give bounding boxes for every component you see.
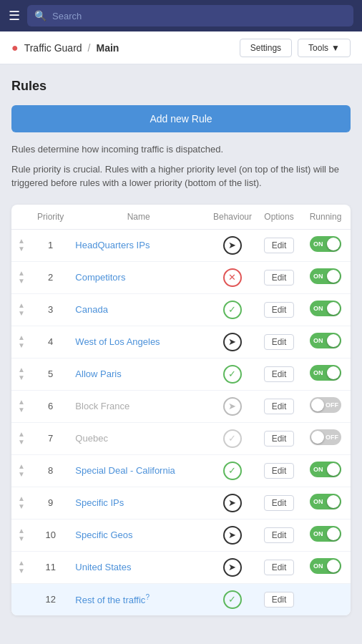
row-number: 4 xyxy=(31,326,69,358)
row-behaviour: ➤ xyxy=(207,326,258,358)
edit-button[interactable]: Edit xyxy=(264,238,295,253)
toggle-on[interactable]: ON xyxy=(310,462,341,477)
rule-name-link[interactable]: Quebec xyxy=(75,433,108,444)
row-running: OFF xyxy=(300,422,351,454)
rule-name-link[interactable]: Allow Paris xyxy=(75,369,121,379)
row-running: ON xyxy=(300,519,351,551)
sort-arrows-icon[interactable]: ▲▼ xyxy=(17,463,26,478)
edit-button[interactable]: Edit xyxy=(264,366,295,382)
toggle-on[interactable]: ON xyxy=(310,365,341,381)
toggle-off[interactable]: OFF xyxy=(310,397,341,413)
settings-button[interactable]: Settings xyxy=(240,39,292,57)
sort-arrows-icon[interactable]: ▲▼ xyxy=(17,560,26,575)
rules-card: Priority Name Behaviour Options Running … xyxy=(11,205,351,615)
row-options: Edit xyxy=(258,487,300,519)
row-running: ON xyxy=(300,326,351,358)
toggle-on[interactable]: ON xyxy=(310,526,341,542)
toggle-knob xyxy=(327,463,340,476)
row-running: ON xyxy=(300,551,351,583)
sort-arrows-icon[interactable]: ▲▼ xyxy=(17,270,26,285)
row-name: Canada xyxy=(69,293,207,326)
row-number: 10 xyxy=(31,519,69,551)
rule-name-link[interactable]: West of Los Angeles xyxy=(75,336,160,347)
edit-button[interactable]: Edit xyxy=(264,495,295,511)
sort-arrows-icon[interactable]: ▲▼ xyxy=(17,431,26,446)
arrow-icon: ➤ xyxy=(223,236,242,255)
row-behaviour: ✓ xyxy=(207,358,258,390)
toggle-on-label: ON xyxy=(313,369,323,376)
row-behaviour: ✓ xyxy=(207,454,258,487)
sort-arrows-icon[interactable]: ▲▼ xyxy=(17,399,26,414)
edit-button[interactable]: Edit xyxy=(264,592,295,608)
toggle-on[interactable]: ON xyxy=(310,333,341,348)
edit-button[interactable]: Edit xyxy=(264,431,295,447)
rule-name-link[interactable]: Special Deal - California xyxy=(75,465,175,476)
rule-name-link[interactable]: Rest of the traffic? xyxy=(75,595,150,605)
row-arrows-cell: ▲▼ xyxy=(11,422,31,454)
row-number: 3 xyxy=(31,293,69,326)
row-options: Edit xyxy=(258,261,300,293)
row-behaviour: ➤ xyxy=(207,551,258,583)
row-number: 7 xyxy=(31,422,69,454)
row-name: Special Deal - California xyxy=(69,454,207,487)
search-bar[interactable]: 🔍 Search xyxy=(27,5,353,26)
row-running xyxy=(300,583,351,615)
row-number: 9 xyxy=(31,487,69,519)
edit-button[interactable]: Edit xyxy=(264,302,295,318)
sort-arrows-icon[interactable]: ▲▼ xyxy=(17,366,26,381)
toggle-on[interactable]: ON xyxy=(310,558,341,574)
edit-button[interactable]: Edit xyxy=(264,463,295,479)
table-row: ▲▼9Specific IPs➤EditON xyxy=(11,487,351,519)
breadcrumb-page: Main xyxy=(96,42,119,54)
x-icon: ✕ xyxy=(223,268,242,287)
hamburger-icon[interactable]: ☰ xyxy=(9,8,20,24)
arrow-icon: ➤ xyxy=(223,494,242,512)
row-name: Competitors xyxy=(69,261,207,293)
row-name: United States xyxy=(69,551,207,583)
add-rule-button[interactable]: Add new Rule xyxy=(11,105,351,132)
rule-name-link[interactable]: HeadQuarters IPs xyxy=(75,240,150,250)
edit-button[interactable]: Edit xyxy=(264,399,295,414)
table-row: ▲▼1HeadQuarters IPs➤EditON xyxy=(11,229,351,261)
sort-arrows-icon[interactable]: ▲▼ xyxy=(17,302,26,317)
row-running: ON xyxy=(300,358,351,390)
toggle-on-label: ON xyxy=(313,273,323,280)
toggle-on[interactable]: ON xyxy=(310,494,341,509)
row-options: Edit xyxy=(258,390,300,422)
th-running: Running xyxy=(300,205,351,230)
row-running: ON xyxy=(300,293,351,326)
toggle-on[interactable]: ON xyxy=(310,268,341,284)
rule-name-link[interactable]: United States xyxy=(75,562,131,572)
tools-button[interactable]: Tools ▼ xyxy=(298,39,351,57)
toggle-knob xyxy=(327,366,340,379)
rule-name-link[interactable]: Competitors xyxy=(75,272,125,283)
row-arrows-cell: ▲▼ xyxy=(11,229,31,261)
rule-name-link[interactable]: Specific IPs xyxy=(75,497,124,508)
row-number: 12 xyxy=(31,583,69,615)
breadcrumb-actions: Settings Tools ▼ xyxy=(240,39,351,57)
table-row: ▲▼8Special Deal - California✓EditON xyxy=(11,454,351,487)
rule-name-link[interactable]: Specific Geos xyxy=(75,530,132,540)
rule-name-link[interactable]: Canada xyxy=(75,304,108,315)
toggle-off[interactable]: OFF xyxy=(310,429,341,445)
edit-button[interactable]: Edit xyxy=(264,527,295,543)
sort-arrows-icon[interactable]: ▲▼ xyxy=(17,495,26,510)
toggle-on[interactable]: ON xyxy=(310,236,341,252)
edit-button[interactable]: Edit xyxy=(264,334,295,350)
check-muted-icon: ✓ xyxy=(223,429,242,448)
row-name: Allow Paris xyxy=(69,358,207,390)
sort-arrows-icon[interactable]: ▲▼ xyxy=(17,527,26,542)
rule-name-link[interactable]: Block France xyxy=(75,401,129,411)
toggle-knob xyxy=(327,527,340,540)
edit-button[interactable]: Edit xyxy=(264,270,295,286)
toggle-on-label: ON xyxy=(313,466,323,473)
sort-arrows-icon[interactable]: ▲▼ xyxy=(17,238,26,253)
toggle-on[interactable]: ON xyxy=(310,301,341,316)
row-arrows-cell: ▲▼ xyxy=(11,358,31,390)
toggle-knob xyxy=(327,334,340,347)
row-options: Edit xyxy=(258,293,300,326)
main-content: Rules Add new Rule Rules determine how i… xyxy=(0,64,362,630)
edit-button[interactable]: Edit xyxy=(264,560,295,575)
row-behaviour: ➤ xyxy=(207,487,258,519)
sort-arrows-icon[interactable]: ▲▼ xyxy=(17,334,26,349)
